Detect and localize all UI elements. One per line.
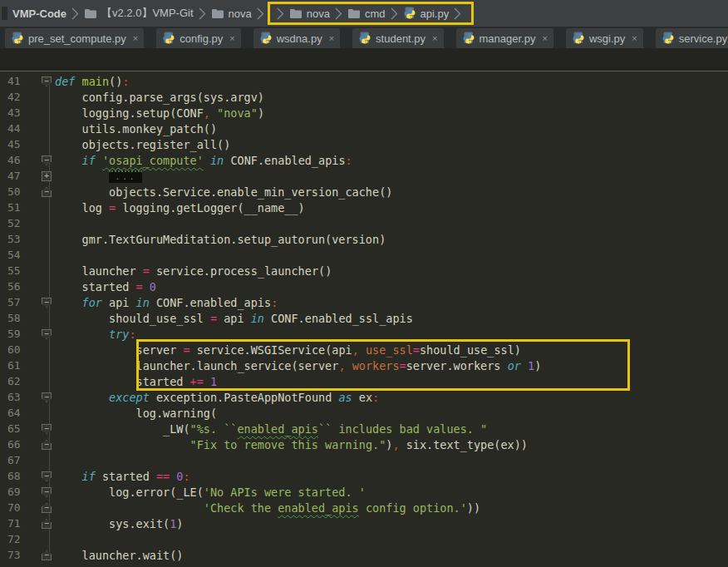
breadcrumb-item-nova[interactable]: nova [289,7,330,20]
tab-pre_set_compute.py[interactable]: pre_set_compute.py× [5,28,144,48]
breadcrumb-item-label: nova [307,7,330,20]
breadcrumb-item-label: api.py [421,7,450,20]
code-line[interactable]: 54 [0,247,728,263]
code-line[interactable]: 43 logging.setup(CONF, "nova") [0,105,728,121]
tab-wsdna.py[interactable]: wsdna.py× [253,28,340,48]
code-line[interactable]: 66− "Fix to remove this warning."), six.… [0,436,728,452]
fold-gutter [40,215,55,231]
breadcrumb-item-v2.2.0vmpgit[interactable]: 【v2.2.0】VMP-Git [84,6,194,21]
python-file-icon [462,32,475,45]
tab-manager.py[interactable]: manager.py× [456,28,553,48]
code-editor[interactable]: 41−def main():42 config.parse_args(sys.a… [0,71,728,566]
fold-marker-plus-icon[interactable]: + [42,171,52,181]
code-text: 'Check the enabled_apis config option.')… [55,501,480,515]
code-line[interactable]: 60 server = service.WSGIService(api, use… [0,342,728,357]
code-text: objects.register_all() [55,138,230,151]
fold-marker-open-icon[interactable]: − [42,155,52,165]
close-icon[interactable]: × [542,34,547,43]
code-line[interactable]: 46− if 'osapi_compute' in CONF.enabled_a… [0,152,728,168]
fold-marker-open-icon[interactable]: − [42,487,52,497]
fold-gutter [40,121,55,136]
code-line[interactable]: 62 started += 1 [0,373,728,389]
code-line[interactable]: 50− objects.Service.enable_min_version_c… [0,184,728,200]
fold-marker-open-icon[interactable]: − [42,76,52,86]
code-line[interactable]: 51 log = logging.getLogger(__name__) [0,200,728,215]
fold-marker-close-icon[interactable]: − [42,519,52,529]
fold-marker-open-icon[interactable]: − [42,329,52,339]
folded-code-placeholder[interactable]: ... [109,170,142,183]
fold-marker-close-icon[interactable]: − [42,187,52,197]
close-icon[interactable]: × [632,34,637,43]
code-line[interactable]: 59− try: [0,326,728,342]
line-number: 67 [0,454,40,466]
breadcrumb-item-cmd[interactable]: cmd [347,7,386,20]
code-line[interactable]: 56 started = 0 [0,279,728,294]
tab-service.py[interactable]: service.py× [656,28,728,48]
fold-gutter [40,263,55,279]
code-line[interactable]: 52 [0,215,728,231]
tab-label: wsgi.py [589,32,625,45]
fold-marker-open-icon[interactable]: − [42,392,52,402]
fold-marker-open-icon[interactable]: − [42,471,52,481]
code-line[interactable]: 70− 'Check the enabled_apis config optio… [0,500,728,515]
fold-marker-open-icon[interactable]: − [42,424,52,434]
code-line[interactable]: 63− except exception.PasteAppNotFound as… [0,389,728,405]
code-text: if started == 0: [55,470,190,483]
code-line[interactable]: 55 launcher = service.process_launcher() [0,263,728,279]
fold-gutter [40,105,55,121]
code-line[interactable]: 71− sys.exit(1) [0,515,728,531]
code-line[interactable]: 44 utils.monkey_patch() [0,121,728,136]
code-line[interactable]: 47+ ... [0,168,728,184]
fold-marker-open-icon[interactable]: − [42,298,52,308]
code-text: if 'osapi_compute' in CONF.enabled_apis: [55,154,352,167]
fold-marker-close-icon[interactable]: − [42,440,52,450]
editor-top-strip [0,48,728,71]
fold-gutter: − [40,436,55,452]
ide-window: VMP-Code【v2.2.0】VMP-Gitnovanovacmdapi.py… [0,0,728,567]
close-icon[interactable]: × [432,34,437,43]
breadcrumb-item-vmpcode[interactable]: VMP-Code [12,7,66,20]
fold-gutter: − [40,500,55,515]
fold-marker-close-icon[interactable]: − [42,550,52,560]
code-line[interactable]: 61 launcher.launch_service(server, worke… [0,357,728,373]
folder-icon [84,8,97,19]
code-line[interactable]: 69− log.error(_LE('No APIs were started.… [0,484,728,500]
code-text: sys.exit(1) [55,517,183,530]
code-line[interactable]: 65− _LW("%s. ``enabled_apis`` includes b… [0,421,728,436]
code-text: server = service.WSGIService(api, use_ss… [55,343,521,357]
code-line[interactable]: 42 config.parse_args(sys.argv) [0,89,728,105]
tab-config.py[interactable]: config.py× [156,28,240,48]
code-text: try: [55,328,136,341]
breadcrumb-separator-icon [335,7,342,20]
code-text: def main(): [55,75,129,88]
code-line[interactable]: 45 objects.register_all() [0,136,728,152]
close-icon[interactable]: × [133,34,138,43]
code-line[interactable]: 72 [0,531,728,547]
breadcrumb-item-api.py[interactable]: api.py [403,7,450,20]
tab-student.py[interactable]: student.py× [352,28,443,48]
code-line[interactable]: 53 gmr.TextGuruMeditation.setup_autorun(… [0,231,728,247]
fold-gutter [40,279,55,294]
code-line[interactable]: 68− if started == 0: [0,468,728,484]
line-number: 51 [0,201,40,214]
tab-label: config.py [180,32,223,45]
line-number: 41 [0,75,40,87]
close-icon[interactable]: × [229,34,234,43]
code-line[interactable]: 64 log.warning( [0,405,728,421]
fold-gutter [40,405,55,421]
breadcrumb-item-label: VMP-Code [12,7,66,20]
code-line[interactable]: 73− launcher.wait() [0,547,728,563]
fold-marker-close-icon[interactable]: − [42,503,52,513]
breadcrumb-item-nova[interactable]: nova [211,7,252,20]
tab-wsgi.py[interactable]: wsgi.py× [566,28,643,48]
code-text: objects.Service.enable_min_version_cache… [55,185,392,199]
annotation-highlight-breadcrumb: novacmdapi.py [268,2,474,25]
code-text: log.warning( [55,407,217,420]
code-line[interactable]: 57− for api in CONF.enabled_apis: [0,294,728,310]
line-number: 72 [0,533,40,545]
code-line[interactable]: 67 [0,452,728,468]
code-line[interactable]: 41−def main(): [0,73,728,89]
code-line[interactable]: 58 should_use_ssl = api in CONF.enabled_… [0,310,728,326]
code-text: "Fix to remove this warning."), six.text… [55,438,528,451]
close-icon[interactable]: × [329,34,334,43]
